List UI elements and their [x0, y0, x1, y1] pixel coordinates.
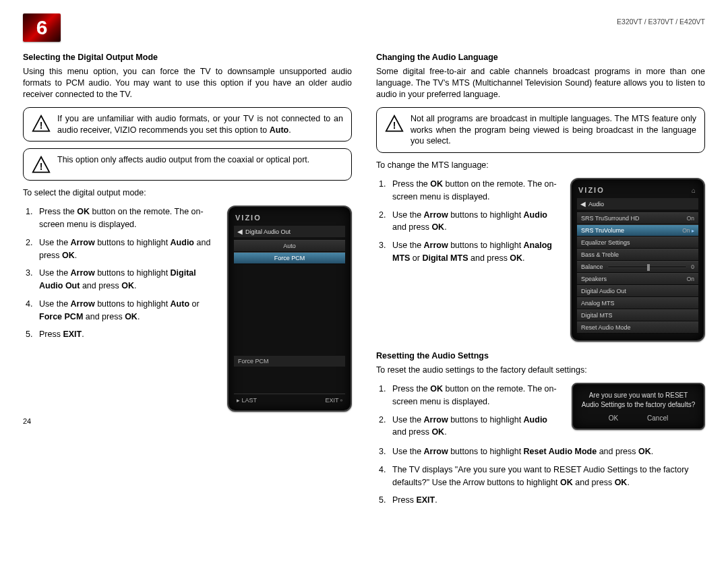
- callout-mts-note: ! Not all programs are broadcast in mult…: [376, 107, 705, 154]
- left-column: Selecting the Digital Output Mode Using …: [23, 50, 352, 513]
- menu-row-srs-truvolume: SRS TruVolumeOn ▸: [577, 224, 698, 237]
- model-line: E320VT / E370VT / E420VT: [617, 13, 705, 26]
- back-arrow-icon: ◀: [580, 200, 586, 208]
- tv-ui-reset-confirm: Are you sure you want to RESET Audio Set…: [572, 383, 705, 430]
- svg-text:!: !: [40, 161, 43, 172]
- steps-reset-part2: Use the Arrow buttons to highlight Reset…: [376, 445, 705, 507]
- breadcrumb: Digital Audio Out: [245, 228, 291, 235]
- warning-icon: !: [32, 156, 51, 175]
- cancel-button-label: Cancel: [647, 414, 668, 422]
- breadcrumb: Audio: [588, 201, 604, 208]
- steps-digital-output: Press the OK button on the remote. The o…: [23, 206, 218, 341]
- section-title-digital-output: Selecting the Digital Output Mode: [23, 53, 352, 62]
- chapter-tab: 6: [23, 13, 61, 42]
- reset-confirm-message: Are you sure you want to RESET Audio Set…: [580, 391, 697, 409]
- svg-text:!: !: [40, 120, 43, 131]
- steps-reset-part1: Press the OK button on the remote. The o…: [376, 383, 562, 439]
- section-title-reset-audio: Resetting the Audio Settngs: [376, 351, 705, 361]
- back-arrow-icon: ◀: [237, 228, 243, 235]
- ok-button-label: OK: [609, 414, 618, 422]
- chevron-right-icon: ▸: [692, 228, 694, 234]
- menu-option-force-pcm: Force PCM: [234, 252, 345, 264]
- menu-row-equalizer: Equalizer Settings: [577, 237, 698, 249]
- tv-ui-audio-menu: VIZIO⌂ ◀Audio SRS TruSurround HDOn SRS T…: [570, 178, 705, 342]
- last-glyph-icon: ▸: [237, 397, 240, 404]
- section-title-audio-language: Changing the Audio Language: [376, 53, 705, 62]
- callout-text: Not all programs are broadcast in multip…: [411, 113, 696, 148]
- steps-mts: Press the OK button on the remote. The o…: [376, 178, 561, 265]
- warning-icon: !: [385, 115, 404, 133]
- menu-option-auto: Auto: [234, 240, 345, 252]
- balance-slider: [607, 266, 688, 268]
- lead-reset: To reset the audio settings to the facto…: [376, 365, 705, 376]
- menu-row-digital-mts: Digital MTS: [577, 309, 698, 321]
- intro-digital-output: Using this menu option, you can force th…: [23, 66, 352, 100]
- menu-row-reset-audio-mode: Reset Audio Mode: [577, 321, 698, 334]
- menu-row-srs-trusurround: SRS TruSurround HDOn: [577, 212, 698, 224]
- callout-text: This option only affects audio output fr…: [57, 154, 309, 166]
- svg-text:!: !: [393, 120, 396, 131]
- exit-label: EXIT: [325, 397, 338, 404]
- callout-auto-recommend: ! If you are unfamiliar with audio forma…: [23, 107, 352, 142]
- callout-bold: Auto: [270, 125, 289, 135]
- menu-row-speakers: SpeakersOn: [577, 273, 698, 285]
- page-number: 24: [23, 417, 352, 425]
- exit-glyph-icon: ▫: [340, 397, 342, 404]
- callout-suffix: .: [289, 125, 291, 135]
- menu-row-bass-treble: Bass & Treble: [577, 249, 698, 261]
- ui-selected-value: Force PCM: [234, 356, 345, 367]
- callout-text: If you are unfamiliar with audio formats…: [57, 114, 343, 135]
- lead-mts: To change the MTS language:: [376, 160, 705, 171]
- right-column: Changing the Audio Language Some digital…: [376, 50, 705, 513]
- tv-ui-digital-audio-out: VIZIO ◀Digital Audio Out Auto Force PCM …: [227, 206, 352, 412]
- menu-row-analog-mts: Analog MTS: [577, 297, 698, 309]
- last-label: LAST: [242, 397, 257, 404]
- lead-digital-output: To select the digital output mode:: [23, 187, 352, 199]
- home-icon: ⌂: [692, 187, 697, 194]
- intro-audio-language: Some digital free-to-air and cable chann…: [376, 66, 705, 100]
- callout-port-note: ! This option only affects audio output …: [23, 148, 352, 181]
- menu-row-digital-audio-out: Digital Audio Out: [577, 285, 698, 297]
- vizio-logo: VIZIO: [578, 186, 605, 194]
- menu-row-balance: Balance0: [577, 261, 698, 273]
- vizio-logo: VIZIO: [235, 214, 262, 222]
- warning-icon: !: [32, 115, 51, 133]
